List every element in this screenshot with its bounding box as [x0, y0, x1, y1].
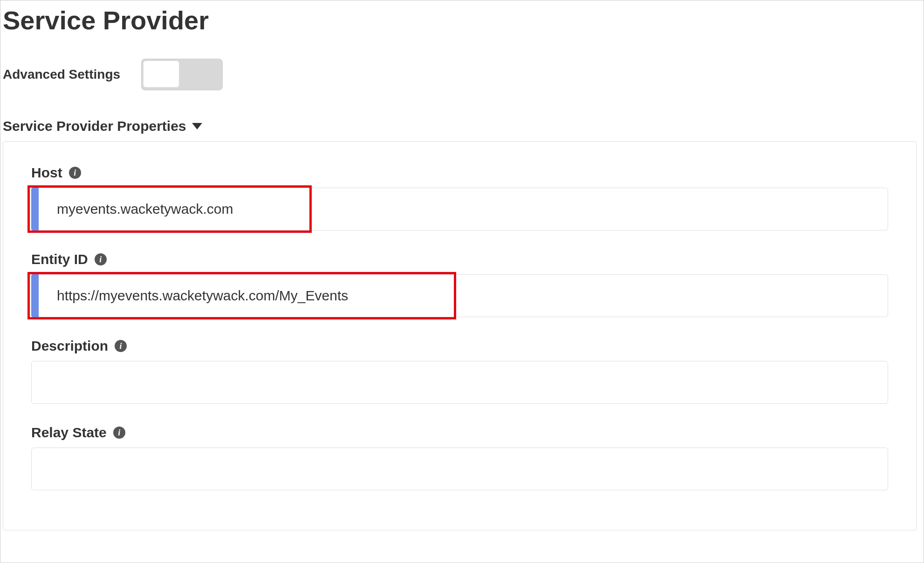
chevron-down-icon[interactable] [192, 123, 202, 129]
properties-panel: Host i Entity ID i Description [3, 141, 917, 530]
info-icon[interactable]: i [69, 167, 81, 179]
host-label: Host [31, 165, 62, 181]
host-field: Host i [31, 165, 888, 231]
description-input[interactable] [31, 361, 888, 404]
toggle-handle [143, 61, 179, 88]
section-header[interactable]: Service Provider Properties [3, 118, 921, 134]
entity-id-input[interactable] [31, 274, 888, 317]
host-input[interactable] [31, 188, 888, 231]
required-indicator [31, 274, 39, 317]
relay-state-input[interactable] [31, 448, 888, 490]
description-field: Description i [31, 338, 888, 404]
advanced-settings-toggle[interactable] [141, 59, 223, 90]
relay-state-field: Relay State i [31, 425, 888, 490]
entity-id-label: Entity ID [31, 251, 88, 267]
page-title: Service Provider [3, 5, 921, 35]
advanced-settings-row: Advanced Settings [3, 59, 921, 90]
required-indicator [31, 188, 39, 231]
info-icon[interactable]: i [113, 427, 125, 439]
section-title: Service Provider Properties [3, 118, 186, 134]
relay-state-label: Relay State [31, 425, 107, 441]
info-icon[interactable]: i [115, 340, 127, 352]
description-label: Description [31, 338, 108, 354]
advanced-settings-label: Advanced Settings [3, 67, 120, 82]
info-icon[interactable]: i [95, 253, 107, 265]
entity-id-field: Entity ID i [31, 251, 888, 317]
